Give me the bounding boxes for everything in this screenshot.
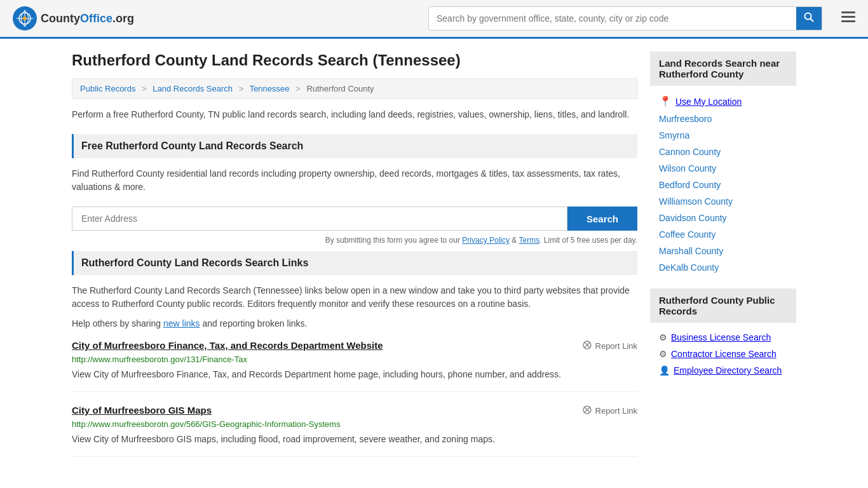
coffee-county-link[interactable]: Coffee County: [659, 229, 715, 240]
sidebar-item-cannon-county[interactable]: Cannon County: [650, 144, 796, 160]
sidebar-item-wilson-county[interactable]: Wilson County: [650, 160, 796, 177]
links-section-heading: Rutherford County Land Records Search Li…: [72, 251, 637, 275]
murfreesboro-link[interactable]: Murfreesboro: [659, 114, 712, 124]
link-item: City of Murfreesboro Finance, Tax, and R…: [72, 340, 637, 392]
link-description: View City of Murfreesboro GIS maps, incl…: [72, 433, 637, 446]
marshall-county-link[interactable]: Marshall County: [659, 246, 723, 256]
sidebar-nearby-heading: Land Records Search near Rutherford Coun…: [650, 51, 796, 86]
breadcrumb-sep-3: >: [295, 84, 301, 93]
disclaimer-text: By submitting this form you agree to our: [325, 236, 460, 245]
new-links-text: Help others by sharing new links and rep…: [72, 318, 637, 329]
svg-rect-7: [841, 11, 855, 13]
sidebar-public-records-heading: Rutherford County Public Records: [650, 288, 796, 323]
search-form-row: Search: [72, 207, 637, 231]
sidebar-item-dekalb-county[interactable]: DeKalb County: [650, 259, 796, 276]
sidebar-item-williamson-county[interactable]: Williamson County: [650, 193, 796, 210]
person-icon: 👤: [659, 365, 670, 376]
report-link-label: Report Link: [595, 406, 637, 416]
free-search-heading: Free Rutherford County Land Records Sear…: [72, 134, 637, 158]
sidebar-item-smyrna[interactable]: Smyrna: [650, 127, 796, 144]
wilson-county-link[interactable]: Wilson County: [659, 163, 716, 173]
location-pin-icon: 📍: [659, 95, 672, 107]
link-item-title[interactable]: City of Murfreesboro Finance, Tax, and R…: [72, 340, 383, 351]
svg-rect-9: [841, 20, 855, 22]
link-item-title[interactable]: City of Murfreesboro GIS Maps: [72, 405, 212, 416]
logo-text: CountyOffice.org: [41, 12, 134, 25]
privacy-policy-link[interactable]: Privacy Policy: [462, 236, 510, 245]
breadcrumb: Public Records > Land Records Search > T…: [72, 78, 637, 99]
report-link-button[interactable]: Report Link: [582, 405, 637, 417]
content-area: Rutherford County Land Records Search (T…: [72, 51, 637, 470]
reporting-text: and reporting broken links.: [202, 318, 307, 329]
report-link-label: Report Link: [595, 341, 637, 351]
sidebar-public-records-section: Rutherford County Public Records ⚙ Busin…: [650, 288, 796, 379]
svg-line-6: [811, 19, 814, 22]
breadcrumb-sep-1: >: [142, 84, 147, 93]
report-link-button[interactable]: Report Link: [582, 340, 637, 352]
address-search-form: Search By submitting this form you agree…: [72, 207, 637, 245]
sidebar-item-bedford-county[interactable]: Bedford County: [650, 177, 796, 193]
breadcrumb-sep-2: >: [239, 84, 244, 93]
sidebar-item-davidson-county[interactable]: Davidson County: [650, 210, 796, 226]
main-container: Rutherford County Land Records Search (T…: [59, 39, 809, 482]
breadcrumb-public-records[interactable]: Public Records: [80, 84, 135, 93]
sidebar-item-murfreesboro[interactable]: Murfreesboro: [650, 111, 796, 127]
contractor-license-link[interactable]: Contractor License Search: [671, 349, 776, 359]
smyrna-link[interactable]: Smyrna: [659, 130, 689, 140]
site-header: CountyOffice.org: [0, 0, 868, 39]
sidebar-item-business-license[interactable]: ⚙ Business License Search: [650, 329, 796, 346]
form-disclaimer: By submitting this form you agree to our…: [72, 236, 637, 245]
link-item: City of Murfreesboro GIS Maps Report Lin…: [72, 405, 637, 457]
address-search-input[interactable]: [72, 207, 567, 231]
gear-icon: ⚙: [659, 332, 667, 342]
limit-text: Limit of 5 free uses per day.: [544, 236, 637, 245]
gear-icon-2: ⚙: [659, 349, 667, 359]
sidebar-item-marshall-county[interactable]: Marshall County: [650, 243, 796, 259]
use-location-link[interactable]: Use My Location: [675, 97, 742, 107]
links-section-description: The Rutherford County Land Records Searc…: [72, 284, 637, 311]
header-search-bar: [428, 6, 822, 30]
sidebar-item-contractor-license[interactable]: ⚙ Contractor License Search: [650, 346, 796, 362]
bedford-county-link[interactable]: Bedford County: [659, 180, 721, 190]
davidson-county-link[interactable]: Davidson County: [659, 213, 727, 223]
breadcrumb-tennessee[interactable]: Tennessee: [250, 84, 290, 93]
breadcrumb-land-records[interactable]: Land Records Search: [153, 84, 233, 93]
link-description: View City of Murfreesboro Finance, Tax, …: [72, 368, 637, 381]
dekalb-county-link[interactable]: DeKalb County: [659, 262, 719, 273]
sidebar-use-location[interactable]: 📍 Use My Location: [650, 92, 796, 111]
svg-point-5: [805, 13, 811, 20]
page-description: Perform a free Rutherford County, TN pub…: [72, 108, 637, 121]
sidebar-item-coffee-county[interactable]: Coffee County: [650, 226, 796, 243]
business-license-link[interactable]: Business License Search: [671, 332, 771, 342]
breadcrumb-current: Rutherford County: [306, 84, 374, 93]
terms-link[interactable]: Terms: [519, 236, 539, 245]
williamson-county-link[interactable]: Williamson County: [659, 196, 733, 207]
hamburger-menu-button[interactable]: [841, 10, 855, 27]
sidebar-nearby-section: Land Records Search near Rutherford Coun…: [650, 51, 796, 276]
header-search-input[interactable]: [429, 8, 796, 29]
header-search-button[interactable]: [796, 7, 822, 30]
sidebar: Land Records Search near Rutherford Coun…: [650, 51, 796, 470]
svg-point-4: [23, 17, 27, 20]
free-search-description: Find Rutherford County residential land …: [72, 167, 637, 194]
link-item-header: City of Murfreesboro Finance, Tax, and R…: [72, 340, 637, 352]
cannon-county-link[interactable]: Cannon County: [659, 147, 721, 157]
new-links-link[interactable]: new links: [163, 318, 200, 329]
report-icon: [582, 340, 592, 352]
sidebar-item-employee-directory[interactable]: 👤 Employee Directory Search: [650, 362, 796, 379]
svg-rect-8: [841, 16, 855, 18]
employee-directory-link[interactable]: Employee Directory Search: [674, 365, 782, 376]
link-item-header: City of Murfreesboro GIS Maps Report Lin…: [72, 405, 637, 417]
search-submit-button[interactable]: Search: [567, 207, 637, 231]
page-title: Rutherford County Land Records Search (T…: [72, 51, 637, 69]
link-url[interactable]: http://www.murfreesborotn.gov/131/Financ…: [72, 355, 637, 364]
site-logo[interactable]: CountyOffice.org: [13, 6, 134, 30]
logo-icon: [13, 6, 37, 30]
report-icon: [582, 405, 592, 417]
link-url[interactable]: http://www.murfreesborotn.gov/566/GIS-Ge…: [72, 419, 637, 429]
help-text: Help others by sharing: [72, 318, 161, 329]
